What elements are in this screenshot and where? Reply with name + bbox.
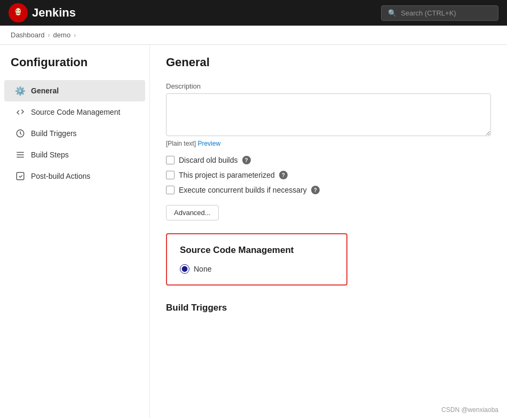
app-header: Jenkins 🔍 <box>0 0 507 26</box>
post-build-icon <box>15 171 26 181</box>
checkbox-discard-builds: Discard old builds ? <box>166 156 491 164</box>
breadcrumb: Dashboard › demo › <box>0 26 507 45</box>
parameterized-checkbox[interactable] <box>166 171 175 179</box>
parameterized-help-icon[interactable]: ? <box>279 171 288 179</box>
concurrent-builds-checkbox[interactable] <box>166 186 175 194</box>
discard-builds-checkbox[interactable] <box>166 156 175 164</box>
page-title: General <box>166 56 491 69</box>
plain-text-prefix: [Plain text] <box>166 140 196 147</box>
sidebar-item-source-code[interactable]: Source Code Management <box>4 101 145 123</box>
svg-rect-8 <box>17 172 24 180</box>
build-triggers-heading: Build Triggers <box>166 298 491 313</box>
sidebar-item-build-steps[interactable]: Build Steps <box>4 144 145 165</box>
breadcrumb-sep-1: › <box>48 31 50 39</box>
concurrent-builds-label: Execute concurrent builds if necessary <box>179 186 307 194</box>
watermark: CSDN @wenxiaoba <box>441 406 498 414</box>
breadcrumb-demo[interactable]: demo <box>53 31 71 39</box>
advanced-button[interactable]: Advanced... <box>166 205 219 220</box>
checkbox-parameterized: This project is parameterized ? <box>166 171 491 179</box>
build-triggers-icon <box>15 128 26 139</box>
sidebar-label-post-build: Post-build Actions <box>31 172 90 180</box>
sidebar-label-general: General <box>31 86 59 95</box>
svg-point-2 <box>17 10 18 11</box>
search-bar[interactable]: 🔍 <box>381 5 498 21</box>
search-icon: 🔍 <box>388 9 397 17</box>
none-radio[interactable] <box>180 264 189 274</box>
gear-icon: ⚙️ <box>15 85 26 96</box>
sidebar: Configuration ⚙️ General Source Code Man… <box>0 45 149 418</box>
parameterized-label: This project is parameterized <box>179 171 275 179</box>
jenkins-icon <box>9 3 28 22</box>
radio-none-row: None <box>180 264 334 274</box>
app-title: Jenkins <box>32 6 76 20</box>
sidebar-title: Configuration <box>0 56 149 80</box>
search-input[interactable] <box>401 9 492 17</box>
discard-builds-help-icon[interactable]: ? <box>242 156 251 164</box>
source-code-management-section: Source Code Management None <box>166 233 347 286</box>
main-layout: Configuration ⚙️ General Source Code Man… <box>0 45 507 418</box>
breadcrumb-sep-2: › <box>74 31 76 39</box>
content-area: General Description [Plain text] Preview… <box>149 45 507 418</box>
none-label: None <box>194 265 211 273</box>
description-label: Description <box>166 82 491 90</box>
sidebar-item-build-triggers[interactable]: Build Triggers <box>4 123 145 144</box>
sidebar-label-build-steps: Build Steps <box>31 150 69 159</box>
concurrent-builds-help-icon[interactable]: ? <box>311 186 320 194</box>
source-code-icon <box>15 107 26 117</box>
checkbox-concurrent-builds: Execute concurrent builds if necessary ? <box>166 186 491 194</box>
sidebar-label-build-triggers: Build Triggers <box>31 129 77 138</box>
build-steps-icon <box>15 149 26 160</box>
sidebar-label-source-code: Source Code Management <box>31 108 120 116</box>
description-textarea[interactable] <box>166 93 491 136</box>
source-code-title: Source Code Management <box>180 245 334 256</box>
discard-builds-label: Discard old builds <box>179 156 238 164</box>
sidebar-item-general[interactable]: ⚙️ General <box>4 80 145 101</box>
sidebar-item-post-build[interactable]: Post-build Actions <box>4 165 145 187</box>
breadcrumb-dashboard[interactable]: Dashboard <box>11 31 45 39</box>
preview-link[interactable]: Preview <box>197 140 220 147</box>
svg-point-3 <box>19 10 20 11</box>
plain-text-note: [Plain text] Preview <box>166 140 491 147</box>
jenkins-logo: Jenkins <box>9 3 76 22</box>
